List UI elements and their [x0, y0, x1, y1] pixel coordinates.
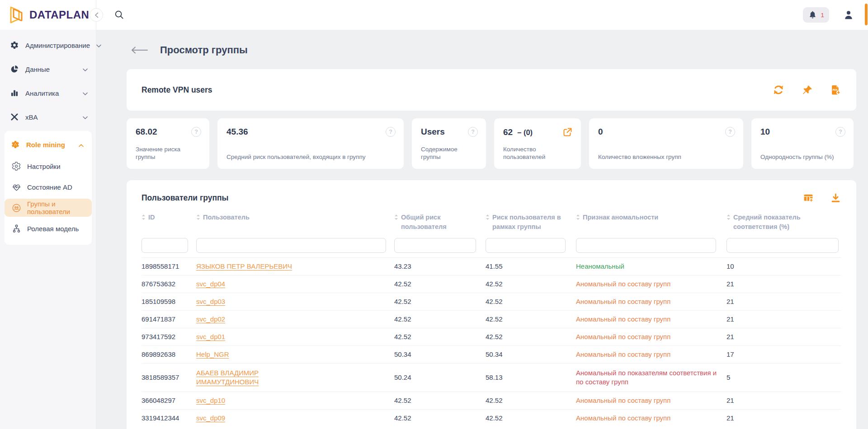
back-button[interactable] — [130, 46, 148, 55]
anomaly-status: Аномальный по составу групп — [576, 414, 726, 423]
cell-id: 185109598 — [142, 297, 196, 306]
stat-label: Количество вложенных групп — [598, 153, 735, 161]
cell-score: 21 — [726, 414, 841, 423]
sidebar-item-label: Аналитика — [25, 89, 59, 97]
pdf-download-icon: PDF — [830, 84, 841, 96]
column-header-total-risk[interactable]: Общий риск пользователя — [394, 213, 486, 232]
sidebar-item-label: Ролевая модель — [27, 225, 79, 233]
stat-card-nested-groups: 0 Количество вложенных групп — [589, 118, 743, 169]
user-link[interactable]: svc_dp09 — [196, 414, 225, 423]
gear-outline-icon — [11, 161, 22, 172]
filter-id-input[interactable] — [142, 238, 188, 253]
user-link[interactable]: svc_dp10 — [196, 396, 225, 405]
sidebar: Администрирование Данные Аналитика xBA — [0, 30, 96, 429]
cell-score: 21 — [726, 315, 841, 324]
column-header-group-risk[interactable]: Риск пользователя в рамках группы — [486, 213, 576, 232]
stat-label: Значение риска группы — [136, 145, 201, 161]
user-link[interactable]: svc_dp01 — [196, 332, 225, 341]
stat-value: 68.02 — [136, 127, 157, 137]
cell-total-risk: 42.52 — [394, 414, 486, 423]
sort-icon — [196, 214, 200, 220]
user-link[interactable]: svc_dp02 — [196, 315, 225, 324]
sort-icon — [726, 214, 731, 220]
topbar: DATAPLAN 1 — [0, 0, 868, 30]
help-icon[interactable] — [191, 127, 201, 137]
arrow-left-icon — [130, 46, 148, 55]
help-icon[interactable] — [386, 127, 396, 137]
column-header-id[interactable]: ID — [142, 213, 196, 222]
cell-total-risk: 50.34 — [394, 350, 486, 359]
heart-pulse-icon — [11, 182, 22, 192]
pin-button[interactable] — [801, 84, 813, 96]
stat-value: 45.36 — [226, 127, 248, 137]
user-menu-button[interactable] — [843, 9, 854, 21]
external-link-button[interactable] — [562, 127, 573, 138]
table-actions — [802, 192, 841, 204]
help-icon[interactable] — [725, 127, 735, 137]
sidebar-item-analytics[interactable]: Аналитика — [0, 83, 96, 103]
sidebar-item-role-model[interactable]: Ролевая модель — [5, 219, 92, 238]
search-icon — [114, 9, 125, 21]
notifications-button[interactable]: 1 — [803, 7, 829, 23]
help-icon[interactable] — [835, 127, 845, 137]
cell-group-risk: 42.52 — [486, 332, 576, 341]
sidebar-item-groups-users[interactable]: Группы и пользователи — [5, 199, 92, 217]
sidebar-item-label: Настройки — [27, 163, 61, 170]
download-icon — [830, 192, 841, 204]
sidebar-item-label: Role mining — [26, 141, 65, 149]
anomaly-status: Аномальный по составу групп — [576, 315, 726, 324]
cell-score: 21 — [726, 332, 841, 341]
user-link[interactable]: АБАЕВ ВЛАДИМИР ИМАМУТДИНОВИЧ — [196, 368, 275, 387]
bar-chart-icon — [10, 89, 19, 98]
download-table-button[interactable] — [830, 192, 841, 204]
filter-anomaly-input[interactable] — [576, 238, 716, 253]
refresh-icon — [773, 84, 784, 96]
table-title: Пользователи группы — [142, 193, 229, 203]
sidebar-item-administration[interactable]: Администрирование — [0, 35, 96, 55]
gear-people-icon — [11, 140, 20, 149]
sidebar-item-label: xBA — [25, 113, 38, 121]
column-header-user[interactable]: Пользователь — [196, 213, 394, 222]
sidebar-collapse-button[interactable] — [90, 8, 103, 22]
table-row: 876753632 svc_dp04 42.52 42.52 Аномальны… — [142, 275, 841, 293]
dataplan-logo-icon — [8, 6, 25, 24]
cell-score: 10 — [726, 262, 841, 271]
export-pdf-button[interactable]: PDF — [830, 84, 841, 96]
cell-id: 366048297 — [142, 396, 196, 405]
stat-label: Содержимое группы — [421, 145, 478, 161]
sidebar-item-settings[interactable]: Настройки — [5, 157, 92, 175]
user-link[interactable]: Help_NGR — [196, 350, 229, 359]
cell-total-risk: 43.23 — [394, 262, 486, 271]
column-header-anomaly[interactable]: Признак аномальности — [576, 213, 726, 222]
org-chart-icon — [11, 223, 22, 234]
refresh-button[interactable] — [773, 84, 784, 96]
sidebar-item-data[interactable]: Данные — [0, 59, 96, 79]
table-row: 1898558171 ЯЗЫКОВ ПЕТР ВАЛЕРЬЕВИЧ 43.23 … — [142, 257, 841, 275]
filter-score-input[interactable] — [726, 238, 839, 253]
sidebar-item-xba[interactable]: xBA — [0, 107, 96, 127]
search-button[interactable] — [113, 9, 125, 21]
column-header-score[interactable]: Средний показатель соответствия (%) — [726, 213, 841, 232]
sidebar-item-label: Состояние AD — [27, 183, 72, 191]
filter-user-input[interactable] — [196, 238, 386, 253]
scrollbar-thumb[interactable] — [865, 4, 868, 25]
anomaly-status: Аномальный по составу групп — [576, 350, 726, 359]
user-link[interactable]: ЯЗЫКОВ ПЕТР ВАЛЕРЬЕВИЧ — [196, 262, 292, 271]
people-circle-icon — [11, 202, 22, 213]
table-row: 3818589357 АБАЕВ ВЛАДИМИР ИМАМУТДИНОВИЧ … — [142, 363, 841, 392]
stat-card-group-content: Users Содержимое группы — [412, 118, 486, 169]
chevron-left-icon — [94, 12, 99, 18]
anomaly-status: Аномальный по составу групп — [576, 280, 726, 289]
sidebar-item-ad-health[interactable]: Состояние AD — [5, 178, 92, 196]
sidebar-item-role-mining[interactable]: Role mining — [5, 135, 92, 154]
user-link[interactable]: svc_dp03 — [196, 297, 225, 306]
sidebar-item-label: Группы и пользователи — [27, 200, 87, 215]
user-link[interactable]: svc_dp04 — [196, 280, 225, 289]
filter-total-risk-input[interactable] — [394, 238, 476, 253]
anomaly-status: Аномальный по составу групп — [576, 332, 726, 341]
help-icon[interactable] — [468, 127, 478, 137]
group-card-actions: PDF — [773, 84, 841, 96]
filter-group-risk-input[interactable] — [486, 238, 566, 253]
add-to-table-button[interactable] — [802, 192, 814, 204]
stat-value: Users — [421, 127, 445, 137]
